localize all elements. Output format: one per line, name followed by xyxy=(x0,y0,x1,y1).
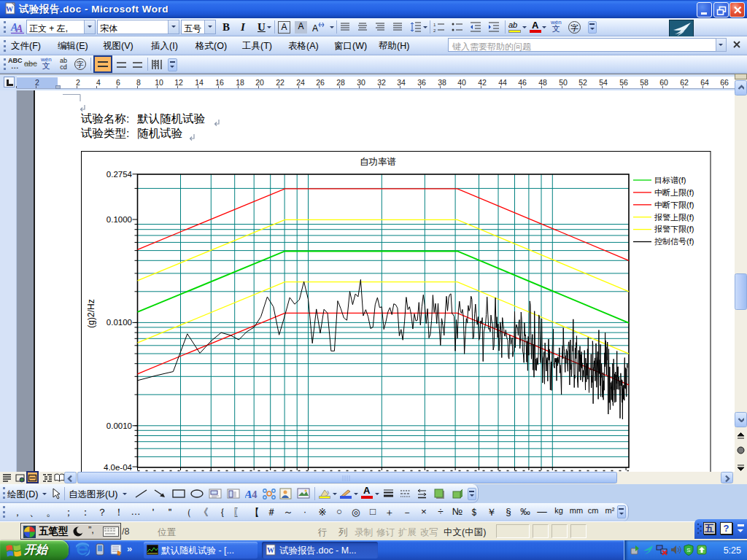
svg-text:中断下限(f): 中断下限(f) xyxy=(654,201,694,209)
svg-text:A: A xyxy=(15,23,23,34)
svg-text:0.1000: 0.1000 xyxy=(107,215,132,224)
svg-text:2: 2 xyxy=(433,28,436,33)
svg-text:报警上限(f): 报警上限(f) xyxy=(654,213,694,222)
svg-text:(g)2/Hz: (g)2/Hz xyxy=(86,299,96,327)
svg-text:控制信号(f): 控制信号(f) xyxy=(654,237,694,246)
svg-text:4: 4 xyxy=(252,489,258,499)
svg-text:0.0010: 0.0010 xyxy=(107,421,132,430)
svg-text:目标谱(f): 目标谱(f) xyxy=(654,176,686,184)
svg-text:0.0100: 0.0100 xyxy=(107,318,132,327)
svg-text:S: S xyxy=(686,547,690,553)
svg-text:4.0e-04: 4.0e-04 xyxy=(104,463,133,472)
svg-text:0.2754: 0.2754 xyxy=(107,170,133,179)
svg-text:W: W xyxy=(6,5,13,13)
svg-text:报警下限(f): 报警下限(f) xyxy=(654,225,694,233)
svg-text:1: 1 xyxy=(433,23,436,27)
svg-text:自功率谱: 自功率谱 xyxy=(360,157,396,167)
svg-text:中断上限(f): 中断上限(f) xyxy=(654,188,694,197)
svg-text:W: W xyxy=(267,546,274,554)
